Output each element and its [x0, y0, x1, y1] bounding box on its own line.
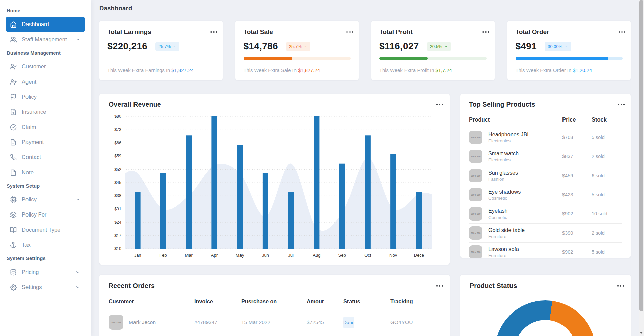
table-row[interactable]: 200 x 200 Eye shadows Cosmetic $423 5 so… — [469, 185, 622, 204]
svg-text:Oct: Oct — [364, 253, 371, 258]
sidebar-item-policy-setup[interactable]: Policy — [6, 192, 85, 207]
more-menu-icon[interactable] — [485, 31, 487, 33]
sidebar-item-payment[interactable]: Payment — [6, 135, 85, 150]
chevron-down-icon[interactable] — [75, 270, 80, 275]
chevron-down-icon[interactable] — [75, 37, 80, 42]
product-thumbnail: 200 x 200 — [469, 188, 482, 201]
sidebar-item-policy-for[interactable]: Policy For — [6, 207, 85, 222]
svg-text:$10: $10 — [114, 246, 121, 251]
product-price: $459 — [562, 173, 592, 178]
sidebar-item-policy[interactable]: Policy — [6, 89, 85, 104]
column-header-tracking: Tracking — [390, 298, 440, 305]
table-row[interactable]: 200 x 200 Gold side table Furniture $390… — [469, 223, 622, 242]
card-footer-amount: $1,827.24 — [171, 68, 194, 73]
top-selling-table: Product Price Stock 200 x 200 Headphones… — [469, 114, 622, 258]
product-price: $390 — [562, 230, 592, 236]
trend-badge: 30.00% — [545, 42, 571, 51]
sidebar-item-insurance[interactable]: Insurance — [6, 104, 85, 119]
chevron-down-icon[interactable] — [75, 197, 80, 202]
svg-text:Aug: Aug — [313, 253, 320, 258]
svg-text:Apr: Apr — [211, 253, 218, 258]
sidebar-section-business-management: Business Management — [6, 47, 85, 59]
table-row[interactable]: 100 x 100 Mark Jecon #4789347 15 Mar 202… — [109, 310, 440, 334]
order-amount: $72545 — [307, 319, 343, 325]
main-content: Dashboard Total Earnings $220,216 25.7% … — [91, 0, 639, 336]
chevron-up-icon — [173, 45, 176, 48]
table-row-partial[interactable] — [109, 334, 440, 336]
sidebar-item-contact[interactable]: Contact — [6, 150, 85, 165]
sidebar-item-note[interactable]: Note — [6, 165, 85, 180]
customer-name: Mark Jecon — [129, 319, 156, 325]
progress-bar — [516, 57, 623, 60]
column-header-customer: Customer — [109, 298, 194, 305]
scrollbar-thumb[interactable] — [639, 0, 643, 311]
more-menu-icon[interactable] — [439, 285, 441, 287]
more-menu-icon[interactable] — [439, 104, 441, 105]
card-value: $220,216 — [107, 41, 147, 52]
card-footer-amount: $1,20.24 — [573, 68, 592, 73]
order-purchase-date: 15 Mar 2022 — [241, 319, 307, 325]
layers-icon — [10, 211, 17, 218]
phone-icon — [10, 154, 17, 161]
product-stock: 2 sold — [592, 154, 622, 159]
column-header-purchase-on: Pusrchase on — [241, 298, 307, 305]
product-category: Electronics — [488, 138, 530, 143]
scrollbar-down-arrow[interactable] — [639, 330, 644, 335]
total-profit-card: Total Profit $116,027 20.5% This Week Ex… — [371, 21, 495, 80]
sidebar-item-pricing[interactable]: Pricing — [6, 265, 85, 280]
sidebar-item-settings[interactable]: Settings — [6, 280, 85, 295]
card-title: Total Profit — [379, 28, 413, 36]
sidebar-item-customer[interactable]: Customer — [6, 59, 85, 74]
product-thumbnail: 200 x 200 — [469, 245, 482, 258]
product-category: Furniture — [488, 253, 519, 258]
sidebar: Home Dashboard Staff Management Business… — [0, 0, 91, 336]
chevron-up-icon — [444, 45, 448, 48]
more-menu-icon[interactable] — [349, 31, 351, 33]
more-menu-icon[interactable] — [213, 31, 215, 33]
sidebar-item-document-type[interactable]: Document Type — [6, 222, 85, 237]
product-category: Electronics — [488, 157, 519, 162]
sidebar-item-dashboard[interactable]: Dashboard — [6, 17, 85, 32]
sidebar-item-staff-management[interactable]: Staff Management — [6, 32, 85, 47]
customer-thumbnail: 100 x 100 — [109, 315, 123, 330]
database-icon — [10, 269, 17, 276]
file-plus-icon — [10, 109, 17, 115]
table-row[interactable]: 200 x 200 Eyelash Cosmetic $902 10 sold — [469, 204, 622, 223]
column-header-stock: Stock — [592, 116, 622, 123]
card-footer: This Week Extra Earnings In $1,827.24 — [107, 68, 215, 73]
column-header-invoice: Invoice — [194, 298, 241, 305]
sidebar-item-claim[interactable]: Claim — [6, 119, 85, 135]
sidebar-item-agent[interactable]: Agent — [6, 74, 85, 89]
product-category: Cosmetic — [488, 196, 521, 201]
column-header-status: Status — [343, 298, 390, 305]
more-menu-icon[interactable] — [621, 31, 623, 33]
overall-revenue-panel: Overall Revenue $10$17$24$31$38$45$52$59… — [99, 94, 450, 265]
total-earnings-card: Total Earnings $220,216 25.7% This Week … — [99, 21, 223, 80]
card-title: Total Earnings — [107, 28, 151, 36]
column-header-amount: Amout — [307, 298, 343, 305]
product-stock: 5 sold — [592, 249, 622, 255]
gear-icon — [10, 284, 17, 291]
more-menu-icon[interactable] — [620, 285, 622, 287]
svg-text:May: May — [236, 253, 244, 258]
svg-text:Feb: Feb — [159, 253, 167, 258]
svg-text:$24: $24 — [114, 220, 121, 225]
product-price: $837 — [562, 154, 592, 159]
card-footer: This Week Extra Profit In $1,7.24 — [379, 68, 487, 73]
svg-text:$52: $52 — [114, 167, 121, 172]
table-row[interactable]: 200 x 200 Sun glasses Fashion $459 6 sol… — [469, 166, 622, 185]
product-thumbnail: 200 x 200 — [469, 226, 482, 240]
product-stock: 5 sold — [592, 192, 622, 197]
card-value: $14,786 — [244, 41, 278, 52]
chevron-down-icon[interactable] — [75, 285, 80, 290]
table-row[interactable]: 200 x 200 Smart watch Electronics $837 2… — [469, 147, 622, 166]
svg-text:Dece: Dece — [414, 253, 424, 258]
more-menu-icon[interactable] — [621, 104, 622, 105]
product-category: Fashion — [488, 177, 518, 182]
product-name: Gold side table — [488, 227, 525, 233]
sidebar-item-tax[interactable]: Tax — [6, 237, 85, 252]
table-row[interactable]: 200 x 200 Lawson sofa Furniture $902 5 s… — [469, 242, 622, 258]
progress-bar — [379, 57, 487, 60]
vertical-scrollbar[interactable] — [639, 0, 644, 336]
table-row[interactable]: 200 x 200 Headphones JBL Electronics $70… — [469, 128, 622, 147]
